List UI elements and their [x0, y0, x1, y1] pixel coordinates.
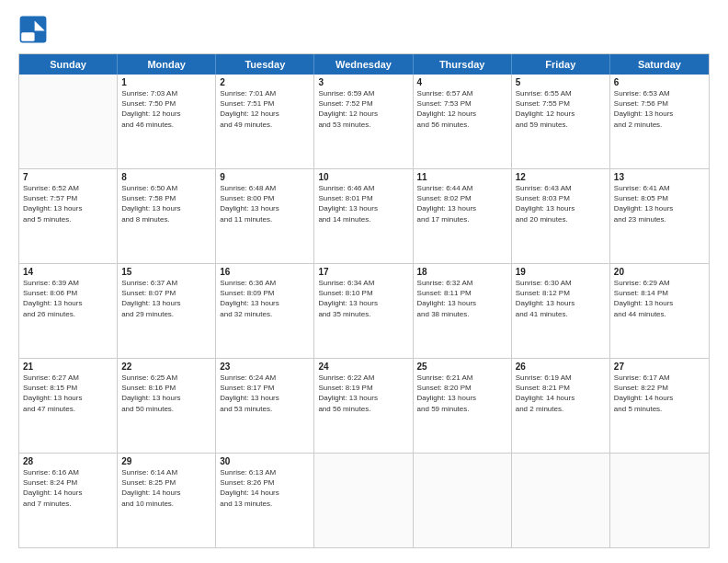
- cell-line: and 44 minutes.: [614, 309, 705, 319]
- calendar-cell: 9Sunrise: 6:48 AMSunset: 8:00 PMDaylight…: [216, 169, 314, 263]
- cell-line: and 46 minutes.: [121, 120, 211, 130]
- cell-line: and 50 minutes.: [121, 404, 211, 414]
- cell-line: and 2 minutes.: [614, 120, 705, 130]
- cell-line: Sunrise: 6:44 AM: [417, 183, 507, 193]
- calendar-cell: 15Sunrise: 6:37 AMSunset: 8:07 PMDayligh…: [118, 264, 216, 358]
- calendar-cell: 4Sunrise: 6:57 AMSunset: 7:53 PMDaylight…: [414, 75, 512, 168]
- calendar-day-name: Wednesday: [314, 54, 413, 75]
- cell-line: Sunrise: 6:16 AM: [23, 467, 113, 477]
- cell-line: Sunrise: 6:27 AM: [23, 373, 113, 383]
- cell-line: Daylight: 14 hours: [23, 488, 113, 498]
- cell-line: Sunset: 8:12 PM: [516, 288, 606, 298]
- calendar-cell: 11Sunrise: 6:44 AMSunset: 8:02 PMDayligh…: [414, 169, 512, 263]
- calendar-day-name: Friday: [512, 54, 610, 75]
- cell-line: and 7 minutes.: [23, 499, 113, 509]
- calendar-cell: 18Sunrise: 6:32 AMSunset: 8:11 PMDayligh…: [414, 264, 512, 358]
- cell-line: Daylight: 13 hours: [614, 203, 705, 213]
- calendar-cell: 12Sunrise: 6:43 AMSunset: 8:03 PMDayligh…: [512, 169, 610, 263]
- day-number: 10: [318, 172, 408, 182]
- cell-line: Daylight: 13 hours: [318, 203, 408, 213]
- cell-line: Sunset: 8:22 PM: [614, 383, 705, 393]
- cell-line: Sunrise: 7:03 AM: [121, 88, 211, 98]
- calendar-cell: 30Sunrise: 6:13 AMSunset: 8:26 PMDayligh…: [216, 454, 314, 547]
- cell-line: Sunset: 8:14 PM: [614, 288, 705, 298]
- cell-line: Daylight: 13 hours: [121, 298, 211, 308]
- cell-line: Sunset: 7:58 PM: [121, 193, 211, 203]
- calendar-cell: 3Sunrise: 6:59 AMSunset: 7:52 PMDaylight…: [314, 75, 413, 168]
- calendar-cell: 13Sunrise: 6:41 AMSunset: 8:05 PMDayligh…: [610, 169, 709, 263]
- calendar-day-name: Sunday: [19, 54, 118, 75]
- calendar-week-row: 1Sunrise: 7:03 AMSunset: 7:50 PMDaylight…: [19, 75, 709, 169]
- cell-line: Sunrise: 6:25 AM: [121, 373, 211, 383]
- calendar-cell: 21Sunrise: 6:27 AMSunset: 8:15 PMDayligh…: [19, 359, 118, 453]
- cell-line: Sunset: 8:02 PM: [417, 193, 507, 203]
- cell-line: Sunset: 8:03 PM: [516, 193, 606, 203]
- cell-line: Daylight: 13 hours: [614, 298, 705, 308]
- cell-line: Daylight: 13 hours: [417, 203, 507, 213]
- calendar-day-name: Saturday: [610, 54, 709, 75]
- calendar-cell: 17Sunrise: 6:34 AMSunset: 8:10 PMDayligh…: [314, 264, 413, 358]
- calendar-week-row: 28Sunrise: 6:16 AMSunset: 8:24 PMDayligh…: [19, 454, 709, 547]
- cell-line: Sunrise: 6:34 AM: [318, 278, 408, 288]
- cell-line: and 8 minutes.: [121, 214, 211, 224]
- cell-line: Sunrise: 6:21 AM: [417, 373, 507, 383]
- day-number: 7: [23, 172, 113, 182]
- cell-line: and 49 minutes.: [220, 120, 310, 130]
- calendar-cell: 24Sunrise: 6:22 AMSunset: 8:19 PMDayligh…: [314, 359, 413, 453]
- cell-line: Sunrise: 6:53 AM: [614, 88, 705, 98]
- calendar-week-row: 7Sunrise: 6:52 AMSunset: 7:57 PMDaylight…: [19, 169, 709, 264]
- cell-line: Daylight: 12 hours: [220, 109, 310, 119]
- calendar-cell: 28Sunrise: 6:16 AMSunset: 8:24 PMDayligh…: [19, 454, 118, 547]
- calendar-cell: 8Sunrise: 6:50 AMSunset: 7:58 PMDaylight…: [118, 169, 216, 263]
- calendar-cell: 5Sunrise: 6:55 AMSunset: 7:55 PMDaylight…: [512, 75, 610, 168]
- logo-icon: [18, 15, 48, 44]
- cell-line: Daylight: 14 hours: [516, 393, 606, 403]
- cell-line: Sunrise: 6:41 AM: [614, 183, 705, 193]
- calendar-day-name: Tuesday: [216, 54, 314, 75]
- cell-line: Daylight: 13 hours: [121, 203, 211, 213]
- cell-line: Sunset: 8:10 PM: [318, 288, 408, 298]
- calendar-week-row: 21Sunrise: 6:27 AMSunset: 8:15 PMDayligh…: [19, 359, 709, 454]
- cell-line: Sunrise: 6:52 AM: [23, 183, 113, 193]
- cell-line: Sunset: 8:09 PM: [220, 288, 310, 298]
- page: SundayMondayTuesdayWednesdayThursdayFrid…: [0, 0, 728, 563]
- cell-line: Sunset: 8:05 PM: [614, 193, 705, 203]
- calendar-cell: 16Sunrise: 6:36 AMSunset: 8:09 PMDayligh…: [216, 264, 314, 358]
- calendar-cell: [414, 454, 512, 547]
- cell-line: Daylight: 14 hours: [121, 488, 211, 498]
- day-number: 11: [417, 172, 507, 182]
- cell-line: Daylight: 13 hours: [417, 393, 507, 403]
- day-number: 25: [417, 362, 507, 372]
- day-number: 16: [220, 267, 310, 277]
- cell-line: Daylight: 13 hours: [516, 298, 606, 308]
- cell-line: Sunrise: 6:13 AM: [220, 467, 310, 477]
- cell-line: Sunrise: 7:01 AM: [220, 88, 310, 98]
- cell-line: Daylight: 14 hours: [220, 488, 310, 498]
- day-number: 1: [121, 77, 211, 87]
- cell-line: and 56 minutes.: [417, 120, 507, 130]
- cell-line: Sunset: 8:15 PM: [23, 383, 113, 393]
- cell-line: and 35 minutes.: [318, 309, 408, 319]
- day-number: 23: [220, 362, 310, 372]
- cell-line: and 11 minutes.: [220, 214, 310, 224]
- cell-line: and 10 minutes.: [121, 499, 211, 509]
- cell-line: and 29 minutes.: [121, 309, 211, 319]
- cell-line: and 26 minutes.: [23, 309, 113, 319]
- cell-line: and 59 minutes.: [516, 120, 606, 130]
- cell-line: Daylight: 13 hours: [121, 393, 211, 403]
- cell-line: Sunrise: 6:48 AM: [220, 183, 310, 193]
- calendar-day-name: Monday: [118, 54, 216, 75]
- cell-line: and 2 minutes.: [516, 404, 606, 414]
- day-number: 8: [121, 172, 211, 182]
- calendar-cell: 20Sunrise: 6:29 AMSunset: 8:14 PMDayligh…: [610, 264, 709, 358]
- cell-line: Sunrise: 6:14 AM: [121, 467, 211, 477]
- cell-line: Sunset: 8:26 PM: [220, 477, 310, 488]
- cell-line: and 47 minutes.: [23, 404, 113, 414]
- cell-line: Sunset: 8:19 PM: [318, 383, 408, 393]
- cell-line: Daylight: 13 hours: [23, 393, 113, 403]
- cell-line: Daylight: 13 hours: [417, 298, 507, 308]
- cell-line: Sunset: 7:50 PM: [121, 98, 211, 109]
- cell-line: Sunrise: 6:50 AM: [121, 183, 211, 193]
- cell-line: Sunset: 8:07 PM: [121, 288, 211, 298]
- calendar-header: SundayMondayTuesdayWednesdayThursdayFrid…: [19, 54, 709, 75]
